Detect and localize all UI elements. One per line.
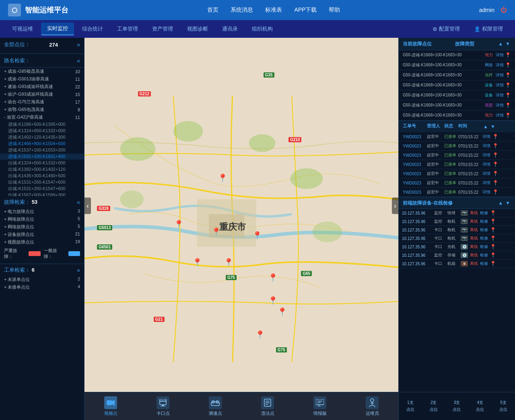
nav-home[interactable]: 首页	[207, 6, 218, 14]
sub-route-0[interactable]: 进城-K1286+500-K1305+000	[0, 121, 84, 127]
wo-detail-6[interactable]: 详情	[482, 189, 490, 195]
device-loc-0[interactable]: 📍	[490, 210, 496, 216]
map-marker-1[interactable]: 📍	[174, 219, 184, 229]
device-loc-4[interactable]: 📍	[490, 244, 496, 250]
tab-org[interactable]: 组织机构	[246, 23, 279, 35]
map-arrow-right[interactable]: ›	[392, 198, 398, 214]
tab-permission-mgmt[interactable]: 👤权限管理	[468, 23, 509, 35]
bottom-item-checkpoint[interactable]: 卡口点	[157, 396, 170, 416]
sub-route-11[interactable]: 出城-K1567+500-K1589+300	[0, 192, 84, 196]
fault-detail-0[interactable]: 详情	[496, 52, 504, 58]
fault-item-0[interactable]: + 电力故障点位 3	[4, 208, 80, 215]
wo-loc-0[interactable]: 📍	[492, 134, 499, 139]
fault-loc-4[interactable]: 📍	[505, 92, 511, 98]
sub-route-1[interactable]: 进城-K1324+000-K1332+000	[0, 128, 84, 134]
wo-detail-0[interactable]: 详情	[482, 134, 490, 139]
power-icon[interactable]: ⏻	[501, 6, 507, 14]
wo-loc-2[interactable]: 📍	[492, 152, 499, 158]
tab-contacts[interactable]: 通讯录	[216, 23, 244, 35]
bottom-item-ops-staff[interactable]: 运维员	[366, 396, 379, 416]
workorder-collapse-icon[interactable]: «	[77, 267, 80, 273]
nav-standards[interactable]: 标准表	[265, 6, 282, 14]
wo-detail-5[interactable]: 详情	[482, 180, 490, 186]
fault-type-5[interactable]: 视图	[483, 102, 494, 109]
tab-video-diag[interactable]: 视图诊断	[181, 23, 214, 35]
device-scroll-down[interactable]: ▼	[505, 199, 511, 207]
route-item-6[interactable]: - 渝宜-G42沪蓉高速 11	[0, 113, 84, 121]
route-item-4[interactable]: + 渝合-G75兰海高速 17	[0, 98, 84, 106]
wo-scroll-down[interactable]: ▼	[490, 123, 496, 130]
map-marker-0[interactable]: 📍	[218, 173, 228, 183]
fault-item-1[interactable]: + 网络故障点位 5	[4, 215, 80, 223]
map-marker-5[interactable]: 📍	[252, 231, 262, 240]
fault-item-3[interactable]: + 设备故障点位 21	[4, 231, 80, 238]
device-action-6[interactable]: 检修	[480, 261, 488, 266]
device-action-5[interactable]: 检修	[480, 252, 488, 258]
fault-loc-5[interactable]: 📍	[505, 102, 511, 108]
route-item-1[interactable]: + 成渝-G5013渝蓉高速 11	[0, 75, 84, 83]
fault-item-2[interactable]: + 网络故障点位 5	[4, 223, 80, 231]
tab-workorder[interactable]: 工单管理	[111, 23, 144, 35]
device-action-4[interactable]: 检修	[480, 244, 488, 250]
sub-route-5[interactable]: 进城-K1591+100-K1601+400	[0, 154, 84, 160]
dispatch-item-0[interactable]: + 未派单点位 2	[4, 276, 80, 283]
wo-scroll-up[interactable]: ▲	[482, 123, 489, 130]
tab-assets[interactable]: 资产管理	[146, 23, 179, 35]
device-loc-5[interactable]: 📍	[490, 252, 496, 258]
map-marker-2[interactable]: 📍	[211, 227, 221, 237]
route-item-0[interactable]: + 成渝-G85银昆高速 10	[0, 68, 84, 75]
fault-type-1[interactable]: 网络	[483, 62, 494, 68]
expand-collapse-icon[interactable]: »	[77, 41, 80, 48]
device-scroll-up[interactable]: ▲	[497, 199, 504, 207]
tab-config-mgmt[interactable]: ⚙配置管理	[426, 23, 466, 35]
wo-detail-4[interactable]: 详情	[482, 171, 490, 176]
bottom-item-speed[interactable]: 测速点	[209, 396, 222, 416]
device-action-0[interactable]: 检修	[480, 210, 488, 216]
route-collapse-icon[interactable]: «	[77, 57, 80, 64]
device-action-3[interactable]: 检修	[480, 236, 488, 241]
fault-collapse-icon[interactable]: «	[77, 199, 80, 205]
fault-detail-4[interactable]: 详情	[496, 92, 504, 98]
device-action-1[interactable]: 检修	[480, 219, 488, 224]
wo-loc-3[interactable]: 📍	[492, 162, 499, 167]
sub-route-9[interactable]: 出城-K1531+200-K1547+600	[0, 179, 84, 185]
map-marker-red[interactable]: 📍	[268, 296, 278, 305]
sub-route-4[interactable]: 进城-K1537+100-K1553+200	[0, 147, 84, 153]
map-marker-6[interactable]: 📍	[268, 273, 278, 283]
nav-app[interactable]: APP下载	[294, 6, 317, 14]
tab-visual-ops[interactable]: 可视运维	[6, 23, 39, 35]
sub-route-8[interactable]: 出城-K1435+300-K1460+500	[0, 173, 84, 179]
fault-type-4[interactable]: 设备	[483, 92, 494, 98]
wo-detail-2[interactable]: 详情	[482, 152, 490, 158]
sub-route-10[interactable]: 出城-K1531+200-K1547+600	[0, 186, 84, 192]
wo-loc-5[interactable]: 📍	[492, 180, 499, 186]
fault-type-2[interactable]: 光纤	[483, 72, 494, 78]
sub-route-6[interactable]: 出城-K1324+000-K1332+000	[0, 160, 84, 166]
device-loc-6[interactable]: 📍	[490, 261, 496, 266]
device-loc-2[interactable]: 📍	[490, 227, 496, 233]
fault-loc-2[interactable]: 📍	[505, 72, 511, 78]
wo-loc-1[interactable]: 📍	[492, 143, 499, 149]
fault-type-3[interactable]: 设备	[483, 82, 494, 88]
tab-comprehensive-stats[interactable]: 综合统计	[76, 23, 109, 35]
wo-loc-6[interactable]: 📍	[492, 189, 499, 195]
route-item-2[interactable]: + 遂渝-G93成渝环线高速 22	[0, 83, 84, 90]
fault-loc-1[interactable]: 📍	[505, 62, 511, 68]
fault-detail-2[interactable]: 详情	[496, 72, 504, 78]
wo-detail-3[interactable]: 详情	[482, 162, 490, 167]
wo-loc-4[interactable]: 📍	[492, 171, 499, 176]
nav-help[interactable]: 帮助	[329, 6, 340, 14]
bottom-item-info[interactable]: 情报版	[313, 396, 327, 416]
map-marker-3[interactable]: 📍	[192, 258, 202, 267]
fault-detail-6[interactable]: 详情	[496, 113, 504, 118]
fault-detail-5[interactable]: 详情	[496, 102, 504, 108]
nav-messages[interactable]: 系统消息	[231, 6, 253, 14]
fault-item-4[interactable]: + 视图故障点位 19	[4, 238, 80, 246]
device-loc-1[interactable]: 📍	[490, 219, 496, 224]
fault-loc-0[interactable]: 📍	[505, 52, 511, 58]
sub-route-2[interactable]: 进城-K1402+120-K1435+300	[0, 134, 84, 140]
fault-loc-3[interactable]: 📍	[505, 82, 511, 88]
bottom-item-violation[interactable]: 违法点	[261, 396, 274, 416]
tab-realtime-monitor[interactable]: 实时监控	[41, 23, 74, 35]
fault-scroll-up[interactable]: ▲	[497, 40, 504, 47]
